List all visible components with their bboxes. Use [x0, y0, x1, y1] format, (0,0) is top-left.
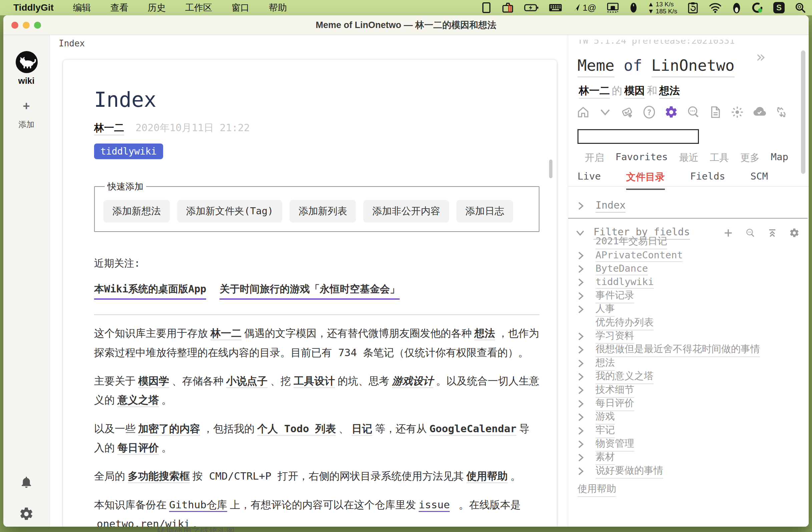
internal-link[interactable]: 每日评价 — [117, 442, 159, 455]
usage-help-link[interactable]: 使用帮助 — [578, 482, 616, 497]
wifi-icon[interactable] — [709, 2, 722, 13]
sidebar-tab[interactable]: Live — [578, 171, 601, 190]
directory-item-label[interactable]: 人事 — [595, 302, 615, 317]
workspace-name[interactable]: wiki — [3, 76, 49, 86]
text-run[interactable]: 想法 — [659, 84, 680, 99]
directory-item-label[interactable]: 游戏 — [595, 410, 615, 425]
tag-pill[interactable]: tiddlywiki — [94, 144, 163, 159]
display-icon[interactable] — [481, 2, 491, 13]
directory-item[interactable]: tiddlywiki — [578, 276, 798, 289]
sidebar-tab[interactable]: 文件目录 — [626, 171, 665, 190]
quick-add-button[interactable]: 添加新文件夹(Tag) — [177, 200, 282, 222]
directory-item-label[interactable]: 技术细节 — [595, 383, 634, 398]
collapse-sidebar-icon[interactable]: » — [756, 49, 765, 64]
directory-item-label[interactable]: APrivateContent — [595, 249, 683, 262]
directory-item-label[interactable]: 说好要做的事情 — [595, 464, 663, 479]
directory-item-label[interactable]: ByteDance — [595, 263, 648, 275]
new-tiddler-icon[interactable] — [620, 105, 634, 119]
directory-item[interactable]: 技术细节 — [578, 384, 798, 397]
open-file-icon[interactable] — [708, 105, 722, 119]
toolbox-icon[interactable] — [502, 2, 514, 13]
preferences-gear-icon[interactable] — [19, 506, 34, 522]
directory-item[interactable]: 每日评价 — [578, 397, 798, 411]
sidebar-tab[interactable]: Favorites — [615, 151, 668, 164]
sidebar-tab[interactable]: Fields — [690, 171, 725, 190]
internal-link[interactable]: 个人 Todo 列表 — [257, 422, 336, 436]
keyboard-icon[interactable] — [549, 3, 562, 13]
text-run[interactable]: Meme — [578, 56, 614, 77]
menu-item[interactable]: 编辑 — [73, 2, 91, 14]
home-icon[interactable] — [576, 105, 590, 119]
external-link[interactable]: issue — [419, 499, 450, 512]
internal-link[interactable]: 小说点子 — [226, 375, 267, 388]
directory-item-label[interactable]: 物资管理 — [595, 437, 634, 451]
sidebar-tab[interactable]: 开启 — [585, 151, 604, 164]
close-window-button[interactable] — [11, 22, 18, 29]
directory-item-label[interactable]: 牢记 — [595, 423, 615, 438]
menu-item[interactable]: 工作区 — [185, 2, 212, 14]
window-title-bar[interactable]: Meme of LinOnetwo — 林一二的模因和想法 — [3, 15, 809, 35]
external-link[interactable]: onetwo.ren/wiki — [97, 518, 190, 527]
directory-item-label[interactable]: 我的意义之塔 — [595, 370, 654, 384]
minimize-window-button[interactable] — [23, 22, 30, 29]
directory-item[interactable]: APrivateContent — [578, 249, 798, 262]
directory-item-label[interactable]: 优先待办列表 — [595, 316, 654, 330]
menu-item[interactable]: 查看 — [111, 2, 128, 14]
directory-item[interactable]: 很想做但是最近舍不得花时间做的事情 — [578, 343, 798, 357]
text-run[interactable]: 林一二 — [579, 84, 610, 99]
notifications-bell-icon[interactable] — [19, 475, 33, 489]
internal-link[interactable]: 模因学 — [138, 375, 169, 388]
recent-link[interactable]: 本Wiki系统的桌面版App — [94, 282, 206, 300]
advanced-search-icon[interactable] — [686, 105, 700, 119]
sidebar-tab[interactable]: SCM — [751, 171, 768, 190]
directory-item[interactable]: 物资管理 — [578, 437, 798, 451]
open-tiddler-tab[interactable]: Index — [59, 38, 85, 48]
sidebar-tab[interactable]: Map — [771, 151, 788, 164]
directory-item-label[interactable]: 事件记录 — [595, 289, 634, 303]
directory-item[interactable]: 我的意义之塔 — [578, 370, 798, 384]
internal-link[interactable]: 工具设计 — [293, 375, 335, 388]
quick-add-button[interactable]: 添加新列表 — [290, 200, 356, 222]
sidebar-tab[interactable]: 工具 — [710, 151, 729, 164]
directory-item[interactable]: 素材 — [578, 451, 798, 464]
text-run[interactable]: 模因 — [624, 84, 645, 99]
menu-item[interactable]: 窗口 — [232, 2, 249, 14]
recent-link[interactable]: 关于时间旅行的游戏「永恒时空基金会」 — [219, 282, 400, 300]
progress-ring-icon[interactable] — [751, 2, 763, 14]
directory-item[interactable]: 优先待办列表 — [578, 316, 798, 329]
s-app-icon[interactable]: S — [773, 2, 785, 13]
external-link[interactable]: Github仓库 — [169, 499, 227, 512]
workspace-avatar[interactable] — [16, 51, 38, 73]
zoom-window-button[interactable] — [34, 22, 41, 29]
tree-root-row[interactable]: Index — [578, 199, 625, 213]
directory-item[interactable]: 说好要做的事情 — [578, 464, 798, 478]
menu-item[interactable]: 历史 — [148, 2, 166, 14]
internal-link[interactable]: 意义之塔 — [117, 394, 159, 407]
author-link[interactable]: 林一二 — [94, 122, 124, 135]
internal-link[interactable]: 林一二 — [211, 327, 242, 341]
chevron-down-icon[interactable] — [598, 105, 612, 119]
internal-link[interactable]: 游戏设计 — [392, 375, 433, 388]
directory-item-label[interactable]: 每日评价 — [595, 397, 634, 411]
spotlight-icon[interactable] — [795, 2, 806, 13]
add-workspace-label[interactable]: 添加 — [3, 119, 49, 130]
theme-icon[interactable] — [730, 105, 744, 119]
internal-link[interactable]: 多功能搜索框 — [128, 470, 190, 483]
directory-item[interactable]: ByteDance — [578, 262, 798, 276]
internal-link[interactable]: 加密了的内容 — [138, 422, 200, 436]
network-speed-indicator[interactable]: ▲ 13 K/s ▼ 185 K/s — [648, 1, 677, 15]
quick-add-button[interactable]: 添加新想法 — [103, 200, 170, 222]
internal-link[interactable]: GoogleCalendar — [429, 422, 517, 436]
directory-item[interactable]: 事件记录 — [578, 289, 798, 303]
sidebar-tab[interactable]: 最近 — [679, 151, 699, 164]
directory-item-label[interactable]: 2021年交易日记 — [595, 235, 667, 249]
clipboard-history-icon[interactable] — [687, 2, 699, 14]
menu-app-name[interactable]: TiddlyGit — [13, 2, 54, 13]
menu-item[interactable]: 帮助 — [269, 2, 287, 14]
tree-root-label[interactable]: Index — [595, 199, 625, 213]
cloud-sync-icon[interactable] — [752, 105, 766, 119]
sidebar-scrollbar-thumb[interactable] — [801, 51, 805, 174]
screen-capture-icon[interactable] — [606, 2, 620, 13]
directory-item-label[interactable]: 学习资料 — [595, 329, 634, 344]
location-status[interactable]: 1@ — [572, 3, 596, 13]
